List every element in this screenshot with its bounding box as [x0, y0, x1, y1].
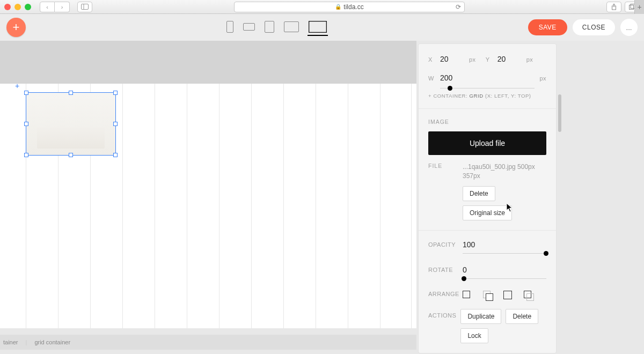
- svg-rect-0: [82, 4, 89, 10]
- device-tablet[interactable]: [264, 19, 275, 36]
- arrange-send-to-back-button[interactable]: [524, 291, 536, 303]
- selected-image-element[interactable]: [26, 92, 116, 156]
- inspector-panel: X px Y px W px + CONTAINER: GRID (X: LEF…: [419, 44, 556, 353]
- image-section-label: IMAGE: [428, 119, 546, 125]
- svg-rect-6: [227, 21, 233, 33]
- share-icon: [611, 4, 617, 10]
- url-bar[interactable]: 🔒 tilda.cc ⟳: [234, 2, 465, 12]
- share-button[interactable]: [606, 2, 621, 12]
- actions-label: ACTIONS: [428, 312, 456, 319]
- svg-rect-4: [630, 5, 634, 9]
- y-input[interactable]: [497, 54, 522, 65]
- window-controls: [4, 4, 31, 10]
- y-label: Y: [486, 56, 493, 63]
- rotate-slider[interactable]: [463, 278, 546, 279]
- opacity-value[interactable]: 100: [463, 240, 546, 249]
- svg-rect-7: [244, 24, 255, 31]
- back-button[interactable]: ‹: [40, 2, 55, 12]
- breadcrumb-bar: tainer | grid container: [0, 335, 416, 350]
- svg-rect-10: [309, 21, 327, 33]
- panel-scrollbar[interactable]: [558, 94, 561, 132]
- x-label: X: [428, 56, 436, 63]
- opacity-label: OPACITY: [428, 241, 458, 248]
- maximize-window-icon[interactable]: [25, 4, 31, 10]
- arrange-send-backward-button[interactable]: [503, 291, 515, 303]
- url-text: tilda.cc: [343, 3, 363, 11]
- sidebar-icon: [81, 4, 89, 10]
- device-phone-landscape[interactable]: [242, 21, 256, 34]
- x-unit: px: [469, 56, 476, 63]
- file-label: FILE: [428, 163, 458, 181]
- duplicate-button[interactable]: Duplicate: [460, 309, 501, 324]
- rotate-value[interactable]: 0: [463, 266, 546, 274]
- container-note: + CONTAINER: GRID (X: LEFT, Y: TOP): [428, 93, 546, 99]
- file-delete-button[interactable]: Delete: [463, 186, 495, 201]
- editor-toolbar: + SAVE CLOSE ...: [0, 14, 644, 41]
- svg-rect-9: [284, 22, 299, 32]
- reload-icon[interactable]: ⟳: [456, 3, 461, 11]
- canvas[interactable]: +: [0, 84, 416, 328]
- more-button[interactable]: ...: [620, 19, 638, 36]
- close-button[interactable]: CLOSE: [573, 19, 615, 35]
- svg-rect-8: [265, 21, 274, 33]
- tablet-landscape-icon: [284, 21, 299, 32]
- x-input[interactable]: [440, 54, 465, 65]
- lock-icon: 🔒: [335, 4, 341, 10]
- device-switcher: [225, 19, 328, 36]
- add-block-button[interactable]: +: [6, 18, 26, 37]
- breadcrumb-item[interactable]: tainer: [3, 339, 18, 345]
- save-button[interactable]: SAVE: [528, 19, 567, 35]
- width-slider[interactable]: [440, 88, 535, 88]
- arrange-bring-to-front-button[interactable]: [463, 291, 474, 303]
- placed-image: [26, 93, 115, 155]
- close-window-icon[interactable]: [4, 4, 11, 10]
- arrange-label: ARRANGE: [428, 291, 458, 297]
- browser-chrome: ‹ › 🔒 tilda.cc ⟳: [0, 0, 644, 14]
- lock-button[interactable]: Lock: [460, 328, 488, 343]
- file-name: ...1qau50i_500.jpg 500px 357px: [463, 163, 546, 181]
- original-size-button[interactable]: Original size: [463, 205, 512, 220]
- origin-crosshair-icon: +: [15, 82, 19, 90]
- plus-icon: +: [13, 20, 20, 34]
- w-unit: px: [539, 75, 546, 82]
- device-desktop[interactable]: [308, 19, 328, 36]
- w-label: W: [428, 75, 436, 82]
- editor-stage[interactable]: + tainer | grid container: [0, 41, 416, 354]
- action-delete-button[interactable]: Delete: [506, 309, 538, 324]
- phone-icon: [226, 21, 233, 33]
- nav-back-forward: ‹ ›: [40, 2, 70, 12]
- tablet-icon: [265, 21, 274, 33]
- desktop-icon: [309, 21, 327, 33]
- sidebar-toggle-button[interactable]: [77, 2, 92, 12]
- breadcrumb-item[interactable]: grid container: [34, 339, 70, 345]
- arrange-bring-forward-button[interactable]: [483, 291, 495, 303]
- rotate-label: ROTATE: [428, 267, 458, 273]
- upload-file-button[interactable]: Upload file: [428, 131, 546, 155]
- forward-button[interactable]: ›: [55, 2, 70, 12]
- new-tab-button[interactable]: +: [634, 0, 644, 14]
- minimize-window-icon[interactable]: [14, 4, 21, 10]
- device-tablet-landscape[interactable]: [283, 19, 300, 35]
- opacity-slider[interactable]: [463, 253, 546, 254]
- phone-landscape-icon: [243, 23, 255, 31]
- w-input[interactable]: [440, 72, 465, 84]
- y-unit: px: [526, 56, 533, 63]
- device-phone[interactable]: [225, 19, 235, 36]
